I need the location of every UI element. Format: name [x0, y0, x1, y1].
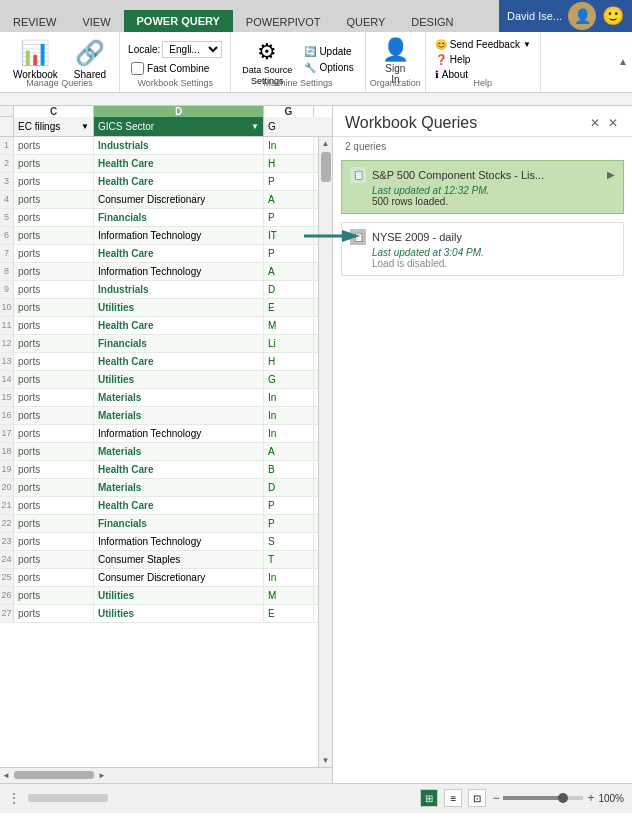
cell-gics-sector: Consumer Staples	[94, 551, 264, 568]
query-2-name: NYSE 2009 - daily	[372, 231, 615, 243]
cell-ec-filings: ports	[14, 371, 94, 388]
filter-g[interactable]: G	[264, 117, 314, 136]
zoom-minus-button[interactable]: −	[492, 791, 499, 805]
tab-power-query[interactable]: POWER QUERY	[124, 10, 233, 32]
table-row[interactable]: 21portsHealth CareP	[0, 497, 318, 515]
tab-query[interactable]: QUERY	[333, 10, 398, 32]
zoom-plus-button[interactable]: +	[587, 791, 594, 805]
wq-minimize-button[interactable]: ✕	[588, 116, 602, 130]
table-row[interactable]: 16portsMaterialsIn	[0, 407, 318, 425]
locale-select[interactable]: Engli...	[162, 41, 222, 58]
machine-settings-label: Machine Settings	[231, 78, 365, 88]
tab-design[interactable]: DESIGN	[398, 10, 466, 32]
table-row[interactable]: 2portsHealth CareH	[0, 155, 318, 173]
col-header-g[interactable]: G	[264, 106, 314, 117]
cell-gics-sector: Financials	[94, 209, 264, 226]
scroll-down-arrow[interactable]: ▼	[320, 754, 332, 767]
scroll-thumb[interactable]	[321, 152, 331, 182]
row-number: 25	[0, 569, 14, 586]
table-row[interactable]: 24portsConsumer StaplesT	[0, 551, 318, 569]
cell-gics-sector: Health Care	[94, 497, 264, 514]
options-label: Options	[319, 62, 353, 73]
table-row[interactable]: 12portsFinancialsLi	[0, 335, 318, 353]
table-row[interactable]: 6portsInformation TechnologyIT	[0, 227, 318, 245]
filter-ec-filings[interactable]: EC filings ▼	[14, 117, 94, 136]
table-row[interactable]: 19portsHealth CareB	[0, 461, 318, 479]
table-row[interactable]: 11portsHealth CareM	[0, 317, 318, 335]
table-row[interactable]: 13portsHealth CareH	[0, 353, 318, 371]
cell-gics-sector: Health Care	[94, 317, 264, 334]
table-row[interactable]: 27portsUtilitiesE	[0, 605, 318, 623]
table-row[interactable]: 1portsIndustrialsIn	[0, 137, 318, 155]
ribbon-collapse[interactable]: ▲	[618, 32, 632, 92]
col-header-d[interactable]: D	[94, 106, 264, 117]
table-row[interactable]: 18portsMaterialsA	[0, 443, 318, 461]
fast-combine-button[interactable]: Fast Combine	[126, 60, 224, 77]
table-row[interactable]: 14portsUtilitiesG	[0, 371, 318, 389]
table-row[interactable]: 23portsInformation TechnologyS	[0, 533, 318, 551]
col-header-c[interactable]: C	[14, 106, 94, 117]
zoom-thumb[interactable]	[558, 793, 568, 803]
table-row[interactable]: 7portsHealth CareP	[0, 245, 318, 263]
normal-view-button[interactable]: ⊞	[420, 789, 438, 807]
send-feedback-button[interactable]: 😊 Send Feedback ▼	[432, 38, 534, 51]
row-number: 6	[0, 227, 14, 244]
locale-row: Locale: Engli...	[126, 40, 224, 59]
table-row[interactable]: 3portsHealth CareP	[0, 173, 318, 191]
cell-g: P	[264, 515, 314, 532]
table-row[interactable]: 5portsFinancialsP	[0, 209, 318, 227]
cell-ec-filings: ports	[14, 587, 94, 604]
query-item-nyse[interactable]: 📋 NYSE 2009 - daily Last updated at 3:04…	[341, 222, 624, 276]
cell-g: A	[264, 263, 314, 280]
table-row[interactable]: 10portsUtilitiesE	[0, 299, 318, 317]
update-button[interactable]: 🔄 Update	[299, 44, 358, 59]
h-scroll-thumb[interactable]	[14, 771, 94, 779]
page-break-button[interactable]: ⊡	[468, 789, 486, 807]
help-icon: ❓	[435, 54, 447, 65]
page-layout-button[interactable]: ≡	[444, 789, 462, 807]
h-scroll-left[interactable]: ◄	[2, 771, 10, 780]
table-row[interactable]: 17portsInformation TechnologyIn	[0, 425, 318, 443]
cell-ec-filings: ports	[14, 281, 94, 298]
user-name[interactable]: David Ise...	[507, 10, 562, 22]
cell-ec-filings: ports	[14, 227, 94, 244]
cell-ec-filings: ports	[14, 155, 94, 172]
ribbon-group-workbook-settings: Locale: Engli... Fast Combine Workbook S…	[120, 32, 231, 92]
table-row[interactable]: 8portsInformation TechnologyA	[0, 263, 318, 281]
table-row[interactable]: 20portsMaterialsD	[0, 479, 318, 497]
row-number: 9	[0, 281, 14, 298]
filter-gics[interactable]: GICS Sector ▼	[94, 117, 264, 136]
tab-review[interactable]: REVIEW	[0, 10, 69, 32]
wq-close-button[interactable]: ✕	[606, 116, 620, 130]
scroll-up-arrow[interactable]: ▲	[320, 137, 332, 150]
fast-combine-checkbox[interactable]	[131, 62, 144, 75]
query-item-sp500[interactable]: 📋 S&P 500 Component Stocks - Lis... ▶ La…	[341, 160, 624, 214]
col-c-label: C	[50, 106, 57, 117]
cell-gics-sector: Utilities	[94, 605, 264, 622]
query-1-expand[interactable]: ▶	[607, 169, 615, 180]
help-button[interactable]: ❓ Help	[432, 53, 534, 66]
table-row[interactable]: 9portsIndustrialsD	[0, 281, 318, 299]
table-row[interactable]: 22portsFinancialsP	[0, 515, 318, 533]
options-button[interactable]: 🔧 Options	[299, 60, 358, 75]
wq-count: 2 queries	[333, 137, 632, 156]
cell-ec-filings: ports	[14, 137, 94, 154]
locale-label: Locale:	[128, 44, 160, 55]
tab-view[interactable]: VIEW	[69, 10, 123, 32]
main-area: C D G EC filings ▼ GICS Sector ▼ G	[0, 106, 632, 783]
horizontal-scroll[interactable]: ◄ ►	[0, 767, 332, 783]
tab-powerpivot[interactable]: POWERPIVOT	[233, 10, 334, 32]
table-row[interactable]: 25portsConsumer DiscretionaryIn	[0, 569, 318, 587]
row-number: 22	[0, 515, 14, 532]
row-number: 14	[0, 371, 14, 388]
column-headers: C D G	[0, 106, 332, 117]
table-row[interactable]: 26portsUtilitiesM	[0, 587, 318, 605]
cell-ec-filings: ports	[14, 425, 94, 442]
cell-gics-sector: Materials	[94, 407, 264, 424]
table-row[interactable]: 15portsMaterialsIn	[0, 389, 318, 407]
zoom-slider[interactable]	[503, 796, 583, 800]
top-bar: REVIEW VIEW POWER QUERY POWERPIVOT QUERY…	[0, 0, 632, 32]
table-row[interactable]: 4portsConsumer DiscretionaryA	[0, 191, 318, 209]
horizontal-scroll-bar[interactable]	[28, 794, 108, 802]
h-scroll-right[interactable]: ►	[98, 771, 106, 780]
